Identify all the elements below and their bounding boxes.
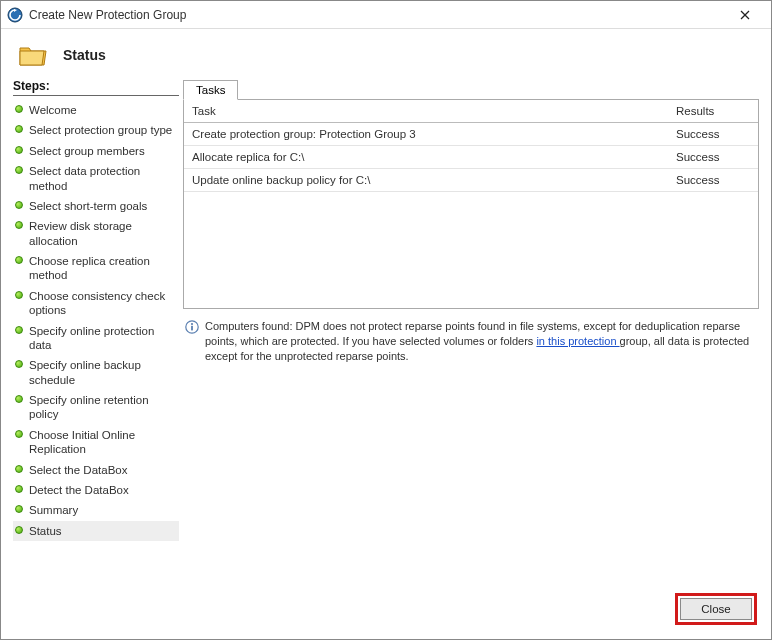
- step-label: Choose Initial Online Replication: [29, 428, 177, 457]
- step-dot-icon: [15, 256, 23, 264]
- step-label: Specify online retention policy: [29, 393, 177, 422]
- close-icon: [740, 10, 750, 20]
- main-area: Steps: WelcomeSelect protection group ty…: [1, 79, 771, 583]
- tasks-panel: Task Results Create protection group: Pr…: [183, 99, 759, 309]
- window-title: Create New Protection Group: [29, 8, 725, 22]
- step-item[interactable]: Specify online backup schedule: [13, 355, 179, 390]
- step-item[interactable]: Specify online protection data: [13, 321, 179, 356]
- table-row[interactable]: Create protection group: Protection Grou…: [184, 123, 758, 146]
- tasks-table: Task Results Create protection group: Pr…: [184, 100, 758, 192]
- folder-icon: [19, 43, 47, 67]
- step-label: Select the DataBox: [29, 463, 127, 477]
- step-dot-icon: [15, 465, 23, 473]
- cell-task: Create protection group: Protection Grou…: [184, 123, 668, 146]
- cell-task: Allocate replica for C:\: [184, 146, 668, 169]
- step-dot-icon: [15, 430, 23, 438]
- titlebar: Create New Protection Group: [1, 1, 771, 29]
- step-label: Select data protection method: [29, 164, 177, 193]
- step-dot-icon: [15, 105, 23, 113]
- step-item[interactable]: Select group members: [13, 141, 179, 161]
- step-item[interactable]: Status: [13, 521, 179, 541]
- step-dot-icon: [15, 201, 23, 209]
- step-item[interactable]: Select short-term goals: [13, 196, 179, 216]
- step-dot-icon: [15, 485, 23, 493]
- step-dot-icon: [15, 505, 23, 513]
- app-icon: [7, 7, 23, 23]
- tab-tasks[interactable]: Tasks: [183, 80, 238, 100]
- step-label: Review disk storage allocation: [29, 219, 177, 248]
- column-header-task[interactable]: Task: [184, 100, 668, 123]
- table-row[interactable]: Update online backup policy for C:\Succe…: [184, 169, 758, 192]
- step-label: Choose replica creation method: [29, 254, 177, 283]
- step-item[interactable]: Detect the DataBox: [13, 480, 179, 500]
- info-text: Computers found: DPM does not protect re…: [205, 319, 757, 364]
- step-dot-icon: [15, 395, 23, 403]
- window-close-button[interactable]: [725, 1, 765, 28]
- step-item[interactable]: Select data protection method: [13, 161, 179, 196]
- step-item[interactable]: Welcome: [13, 100, 179, 120]
- step-label: Select protection group type: [29, 123, 172, 137]
- svg-rect-6: [191, 326, 193, 331]
- step-label: Status: [29, 524, 62, 538]
- step-item[interactable]: Summary: [13, 500, 179, 520]
- step-label: Select short-term goals: [29, 199, 147, 213]
- info-icon: [185, 320, 199, 334]
- steps-list: WelcomeSelect protection group typeSelec…: [13, 100, 179, 541]
- info-link[interactable]: in this protection: [536, 335, 619, 347]
- info-message: Computers found: DPM does not protect re…: [183, 309, 759, 364]
- dialog-footer: Close: [1, 583, 771, 639]
- step-label: Specify online backup schedule: [29, 358, 177, 387]
- close-button[interactable]: Close: [680, 598, 752, 620]
- page-header: Status: [1, 29, 771, 79]
- steps-title: Steps:: [13, 79, 179, 96]
- step-item[interactable]: Choose consistency check options: [13, 286, 179, 321]
- cell-result: Success: [668, 123, 758, 146]
- step-dot-icon: [15, 221, 23, 229]
- cell-result: Success: [668, 146, 758, 169]
- step-dot-icon: [15, 326, 23, 334]
- step-dot-icon: [15, 146, 23, 154]
- step-label: Select group members: [29, 144, 145, 158]
- column-header-results[interactable]: Results: [668, 100, 758, 123]
- step-dot-icon: [15, 360, 23, 368]
- step-label: Detect the DataBox: [29, 483, 129, 497]
- svg-point-5: [191, 323, 193, 325]
- close-button-highlight: Close: [675, 593, 757, 625]
- content-area: Tasks Task Results Create protection gro…: [183, 79, 759, 583]
- step-item[interactable]: Select the DataBox: [13, 460, 179, 480]
- table-row[interactable]: Allocate replica for C:\Success: [184, 146, 758, 169]
- step-label: Summary: [29, 503, 78, 517]
- tabs-row: Tasks: [183, 79, 759, 99]
- page-title: Status: [63, 47, 106, 63]
- step-dot-icon: [15, 125, 23, 133]
- cell-task: Update online backup policy for C:\: [184, 169, 668, 192]
- step-dot-icon: [15, 291, 23, 299]
- step-item[interactable]: Choose replica creation method: [13, 251, 179, 286]
- cell-result: Success: [668, 169, 758, 192]
- step-label: Specify online protection data: [29, 324, 177, 353]
- step-dot-icon: [15, 166, 23, 174]
- step-item[interactable]: Choose Initial Online Replication: [13, 425, 179, 460]
- step-label: Welcome: [29, 103, 77, 117]
- step-label: Choose consistency check options: [29, 289, 177, 318]
- steps-sidebar: Steps: WelcomeSelect protection group ty…: [13, 79, 183, 583]
- step-item[interactable]: Select protection group type: [13, 120, 179, 140]
- dialog-window: Create New Protection Group Status Steps…: [0, 0, 772, 640]
- step-item[interactable]: Specify online retention policy: [13, 390, 179, 425]
- step-dot-icon: [15, 526, 23, 534]
- step-item[interactable]: Review disk storage allocation: [13, 216, 179, 251]
